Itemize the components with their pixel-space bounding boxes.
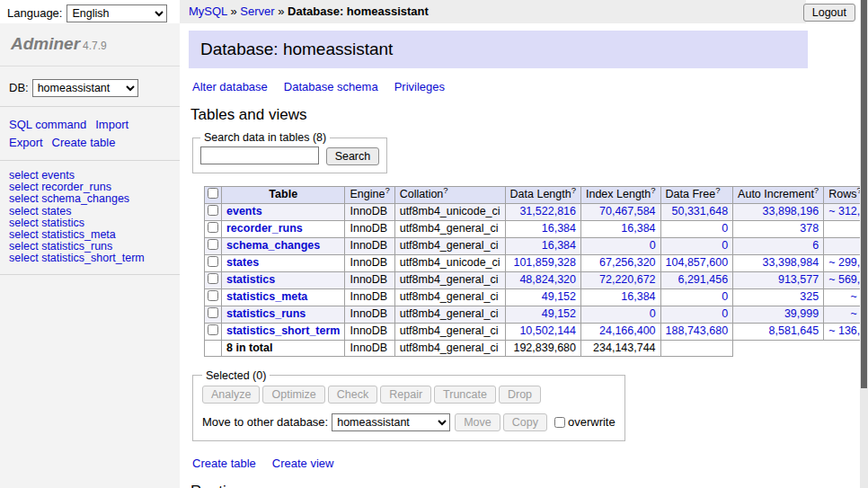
total-collation-cell: utf8mb4_general_ci	[394, 340, 505, 356]
auto-increment-value[interactable]: 913,577	[778, 273, 819, 286]
cell-rows: ~ 299,833	[824, 254, 860, 271]
search-button[interactable]: Search	[326, 147, 380, 165]
data-length-value[interactable]: 49,152	[542, 307, 576, 320]
rows-value[interactable]: ~ 136,108	[828, 324, 860, 337]
index-length-value[interactable]: 70,467,584	[599, 205, 656, 217]
data-length-value[interactable]: 10,502,144	[519, 324, 576, 337]
auto-increment-value[interactable]: 378	[800, 222, 819, 235]
repair-button[interactable]: Repair	[380, 386, 431, 404]
row-checkbox[interactable]	[208, 273, 218, 284]
sidebar-select-states[interactable]: select states	[9, 206, 171, 217]
table-link-statistics-short-term[interactable]: statistics_short_term	[226, 324, 340, 337]
data-length-value[interactable]: 101,859,328	[513, 256, 576, 269]
rows-value[interactable]: ~ 569,159	[828, 273, 860, 286]
rows-value[interactable]: ~ 312,180	[828, 205, 860, 217]
auto-increment-value[interactable]: 33,398,984	[763, 256, 819, 269]
table-link-recorder-runs[interactable]: recorder_runs	[226, 222, 303, 235]
row-checkbox[interactable]	[208, 324, 218, 335]
row-checkbox[interactable]	[208, 307, 218, 318]
help-link[interactable]: ?	[715, 185, 720, 195]
data-length-value[interactable]: 31,522,816	[519, 205, 576, 217]
language-label: Language:	[7, 6, 62, 20]
move-button[interactable]: Move	[455, 413, 500, 431]
index-length-value[interactable]: 24,166,400	[599, 324, 656, 337]
row-checkbox[interactable]	[208, 290, 218, 301]
data-free-value[interactable]: 0	[722, 222, 728, 235]
action-link-privileges[interactable]: Privileges	[394, 80, 445, 93]
analyze-button[interactable]: Analyze	[202, 386, 260, 404]
sidebar-link-import[interactable]: Import	[95, 118, 128, 131]
auto-increment-value[interactable]: 6	[812, 239, 819, 252]
action-link-database-schema[interactable]: Database schema	[284, 80, 378, 93]
logout-button[interactable]: Logout	[803, 4, 855, 22]
language-select[interactable]: English	[66, 4, 167, 22]
help-link[interactable]: ?	[443, 185, 447, 195]
table-link-statistics[interactable]: statistics	[226, 273, 275, 286]
data-free-value[interactable]: 50,331,648	[672, 205, 729, 217]
sidebar-link-sql-command[interactable]: SQL command	[9, 118, 86, 131]
index-length-value[interactable]: 72,220,672	[599, 273, 656, 286]
drop-button[interactable]: Drop	[499, 386, 541, 404]
row-checkbox[interactable]	[208, 256, 218, 267]
index-length-value[interactable]: 16,384	[621, 290, 655, 303]
action-link-alter-database[interactable]: Alter database	[192, 80, 268, 93]
data-free-value[interactable]: 0	[722, 290, 728, 303]
truncate-button[interactable]: Truncate	[434, 386, 496, 404]
data-length-value[interactable]: 16,384	[542, 239, 576, 252]
auto-increment-value[interactable]: 33,898,196	[763, 205, 819, 217]
copy-button[interactable]: Copy	[503, 413, 547, 431]
auto-increment-value[interactable]: 8,581,645	[769, 324, 819, 337]
help-link[interactable]: ?	[571, 185, 576, 195]
help-link[interactable]: ?	[385, 185, 389, 195]
table-link-schema-changes[interactable]: schema_changes	[226, 239, 320, 252]
rows-value[interactable]: ~ 628	[850, 307, 860, 320]
data-length-value[interactable]: 49,152	[542, 290, 576, 303]
index-length-value[interactable]: 16,384	[621, 222, 655, 235]
table-link-events[interactable]: events	[226, 205, 262, 217]
help-link[interactable]: ?	[651, 185, 655, 195]
row-checkbox[interactable]	[208, 205, 218, 216]
create-link-create-table[interactable]: Create table	[192, 457, 256, 470]
index-length-value[interactable]: 0	[650, 307, 656, 320]
db-select[interactable]: homeassistant	[32, 79, 138, 97]
rows-value[interactable]: ~ 299,833	[828, 256, 860, 269]
sidebar-link-create-table[interactable]: Create table	[52, 136, 116, 149]
table-row: recorder_runsInnoDButf8mb4_general_ci16,…	[205, 220, 861, 237]
breadcrumb-link-mysql[interactable]: MySQL	[189, 4, 227, 18]
cell-engine: InnoDB	[345, 323, 394, 340]
sidebar-select-statistics-short-term[interactable]: select statistics_short_term	[9, 253, 171, 264]
cell-auto-increment: 913,577	[733, 271, 824, 288]
row-checkbox[interactable]	[208, 239, 218, 250]
search-input[interactable]	[200, 146, 319, 164]
table-link-statistics-meta[interactable]: statistics_meta	[226, 290, 307, 303]
cell-data-length: 10,502,144	[505, 323, 580, 340]
scrollbar-thumb[interactable]	[861, 0, 867, 388]
data-free-value[interactable]: 0	[722, 239, 728, 252]
row-checkbox[interactable]	[208, 222, 218, 233]
overwrite-checkbox[interactable]	[554, 417, 565, 428]
table-link-states[interactable]: states	[226, 256, 259, 269]
sidebar-select-schema-changes[interactable]: select schema_changes	[9, 193, 171, 205]
auto-increment-value[interactable]: 39,999	[784, 307, 819, 320]
data-free-value[interactable]: 104,857,600	[666, 256, 729, 269]
scrollbar-track[interactable]	[860, 0, 868, 488]
move-database-select[interactable]: homeassistant	[332, 413, 450, 431]
data-length-value[interactable]: 16,384	[542, 222, 576, 235]
optimize-button[interactable]: Optimize	[262, 386, 324, 404]
index-length-value[interactable]: 0	[650, 239, 656, 252]
data-free-value[interactable]: 0	[722, 307, 728, 320]
index-length-value[interactable]: 67,256,320	[599, 256, 656, 269]
table-link-statistics-runs[interactable]: statistics_runs	[226, 307, 306, 320]
check-button[interactable]: Check	[328, 386, 377, 404]
row-checkbox-cell	[205, 254, 222, 271]
breadcrumb-link-server[interactable]: Server	[240, 4, 274, 18]
rows-value[interactable]: ~ 244	[850, 290, 860, 303]
auto-increment-value[interactable]: 325	[800, 290, 819, 303]
help-link[interactable]: ?	[814, 185, 819, 195]
select-all-checkbox[interactable]	[208, 188, 218, 199]
data-free-value[interactable]: 6,291,456	[678, 273, 728, 286]
data-length-value[interactable]: 48,824,320	[519, 273, 576, 286]
sidebar-link-export[interactable]: Export	[9, 136, 43, 149]
data-free-value[interactable]: 188,743,680	[666, 324, 729, 337]
create-link-create-view[interactable]: Create view	[272, 457, 334, 470]
